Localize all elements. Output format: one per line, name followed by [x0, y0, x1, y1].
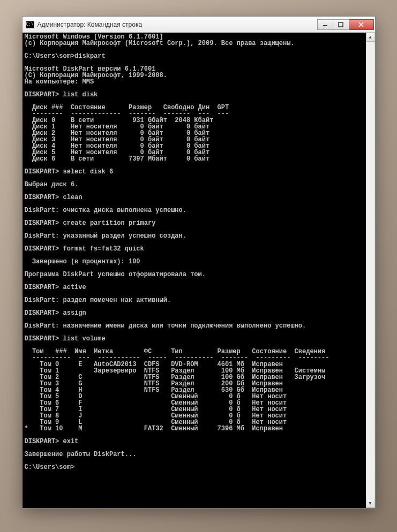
console-area: Microsoft Windows [Version 6.1.7601](c) …	[23, 33, 375, 508]
console-line: Программа DiskPart успешно отформатирова…	[25, 271, 364, 278]
console-output[interactable]: Microsoft Windows [Version 6.1.7601](c) …	[23, 33, 366, 508]
scroll-up-button[interactable]: ▲	[366, 33, 375, 42]
window-title: Администратор: Командная строка	[38, 21, 317, 28]
scroll-down-button[interactable]: ▼	[366, 499, 375, 508]
command-prompt-window: C:\ Администратор: Командная строка Micr…	[22, 16, 376, 508]
console-line: DISKPART> exit	[25, 438, 364, 445]
console-line: DISKPART> clean	[25, 194, 364, 201]
console-line: Диск 6 В сети 7397 Mбайт 0 байт	[25, 156, 364, 162]
console-line: DISKPART> assign	[25, 310, 364, 316]
console-line: На компьютере: MMS	[25, 79, 364, 85]
console-line: DISKPART> select disk 6	[25, 169, 364, 175]
scroll-track[interactable]	[366, 42, 375, 499]
console-line: DISKPART> create partition primary	[25, 220, 364, 226]
app-icon: C:\	[26, 21, 34, 28]
close-button[interactable]	[349, 19, 374, 30]
console-line: DISKPART> active	[25, 284, 364, 291]
console-line: C:\Users\som>	[25, 464, 364, 470]
maximize-button[interactable]	[333, 19, 349, 30]
console-line: DiskPart: указанный раздел успешно созда…	[25, 233, 364, 239]
console-line: Выбран диск 6.	[25, 181, 364, 188]
window-controls	[317, 19, 374, 30]
vertical-scrollbar[interactable]: ▲ ▼	[366, 33, 375, 508]
console-line: (c) Корпорация Майкрософт (Microsoft Cor…	[25, 40, 364, 47]
console-line: DiskPart: очистка диска выполнена успешн…	[25, 207, 364, 214]
console-line: DISKPART> list volume	[25, 336, 364, 342]
console-line	[25, 458, 364, 464]
console-line: Завершено (в процентах): 100	[25, 259, 364, 265]
console-line: Завершение работы DiskPart...	[25, 451, 364, 458]
console-line: * Том 10 M FAT32 Сменный 7396 Mб Исправе…	[25, 425, 364, 432]
console-line: DISKPART> format fs=fat32 quick	[25, 246, 364, 252]
titlebar[interactable]: C:\ Администратор: Командная строка	[23, 17, 375, 33]
minimize-button[interactable]	[317, 19, 333, 30]
console-line: DiskPart: назначение имени диска или точ…	[25, 323, 364, 329]
svg-rect-1	[339, 22, 343, 27]
console-line: C:\Users\som>diskpart	[25, 53, 364, 59]
console-line: DISKPART> list disk	[25, 92, 364, 98]
console-line: DiskPart: раздел помечен как активный.	[25, 297, 364, 303]
